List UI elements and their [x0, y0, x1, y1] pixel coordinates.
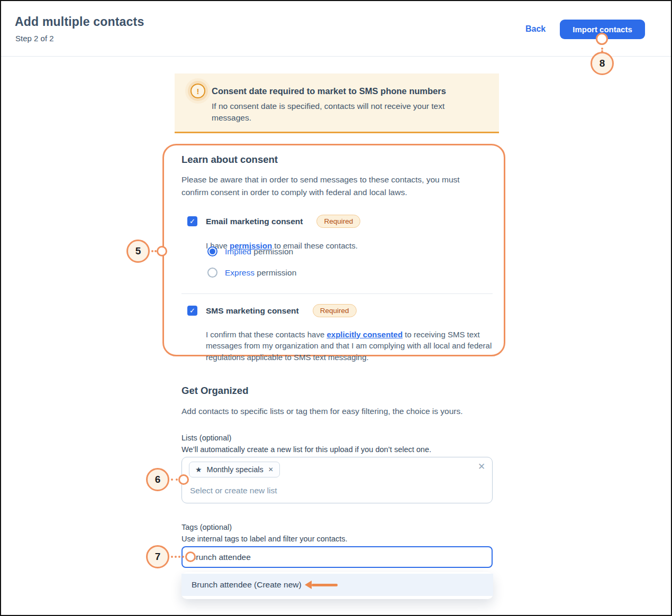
- chip-remove-icon[interactable]: ✕: [268, 466, 274, 473]
- callout-6-node: [178, 474, 189, 485]
- express-word: Express: [225, 268, 255, 277]
- lists-placeholder: Select or create new list: [190, 486, 277, 495]
- consent-section-title: Learn about consent: [181, 154, 278, 166]
- star-icon: ★: [195, 465, 202, 474]
- express-permission-radio[interactable]: [207, 268, 217, 278]
- implied-permission-option[interactable]: Implied permission: [207, 246, 293, 256]
- express-rest: permission: [255, 268, 296, 277]
- callout-5: 5: [126, 240, 150, 263]
- sms-consent-checkbox[interactable]: ✓: [187, 306, 197, 316]
- sms-consent-description: I confirm that these contacts have expli…: [206, 317, 497, 363]
- implied-permission-radio[interactable]: [207, 246, 217, 256]
- get-organized-description: Add contacts to specific lists or tag th…: [181, 405, 499, 418]
- tag-suggestion-dropdown: Brunch attendee (Create new): [181, 572, 493, 599]
- alert-circle-icon: !: [190, 84, 205, 98]
- implied-word: Implied: [225, 247, 251, 256]
- create-new-tag-option[interactable]: Brunch attendee (Create new): [181, 574, 493, 596]
- lists-helper: We’ll automatically create a new list fo…: [181, 445, 431, 454]
- get-organized-title: Get Organized: [181, 385, 248, 397]
- sms-consent-warning-banner: ! Consent date required to market to SMS…: [175, 73, 499, 133]
- tags-input[interactable]: [181, 546, 493, 568]
- email-consent-label: Email marketing consent: [206, 217, 303, 226]
- sms-desc-prefix: I confirm that these contacts have: [206, 330, 326, 339]
- email-consent-checkbox[interactable]: ✓: [187, 216, 197, 226]
- lists-clear-icon[interactable]: ✕: [478, 461, 485, 472]
- callout-8: 8: [591, 52, 614, 75]
- required-badge: Required: [316, 215, 360, 228]
- header-divider: [1, 56, 671, 57]
- callout-8-node: [596, 33, 608, 45]
- add-multiple-contacts-page: Add multiple contacts Step 2 of 2 Back I…: [0, 0, 672, 616]
- back-button[interactable]: Back: [525, 24, 546, 34]
- tags-label: Tags (optional): [181, 523, 232, 531]
- tags-helper: Use internal tags to label and filter yo…: [181, 535, 348, 543]
- create-new-arrow-annotation: [305, 581, 338, 589]
- callout-5-connector: [151, 250, 157, 252]
- banner-title: Consent date required to market to SMS p…: [212, 86, 446, 96]
- callout-7: 7: [146, 545, 169, 568]
- lists-label: Lists (optional): [181, 434, 231, 442]
- banner-body: If no consent date is specified, contact…: [212, 100, 482, 123]
- consent-description: Please be aware that in order to send me…: [181, 173, 499, 199]
- sms-consent-label: SMS marketing consent: [206, 306, 299, 316]
- implied-rest: permission: [251, 247, 293, 256]
- consent-divider: [181, 293, 493, 294]
- callout-6: 6: [146, 468, 169, 491]
- email-consent-row: ✓ Email marketing consent Required: [187, 215, 360, 228]
- create-new-tag-label: Brunch attendee (Create new): [192, 580, 302, 590]
- callout-5-node: [157, 246, 167, 256]
- callout-7-node: [185, 551, 196, 562]
- explicitly-consented-link[interactable]: explicitly consented: [326, 330, 402, 339]
- implied-permission-label: Implied permission: [225, 247, 293, 256]
- callout-6-connector: [171, 479, 178, 481]
- step-indicator: Step 2 of 2: [15, 34, 54, 43]
- sms-consent-row: ✓ SMS marketing consent Required: [187, 304, 357, 317]
- required-badge: Required: [313, 304, 357, 317]
- selected-list-chip[interactable]: ★ Monthly specials ✕: [189, 462, 280, 477]
- express-permission-option[interactable]: Express permission: [207, 268, 296, 278]
- page-title: Add multiple contacts: [15, 15, 144, 29]
- chip-label: Monthly specials: [207, 465, 264, 474]
- express-permission-label: Express permission: [225, 268, 296, 278]
- callout-7-connector: [171, 556, 184, 558]
